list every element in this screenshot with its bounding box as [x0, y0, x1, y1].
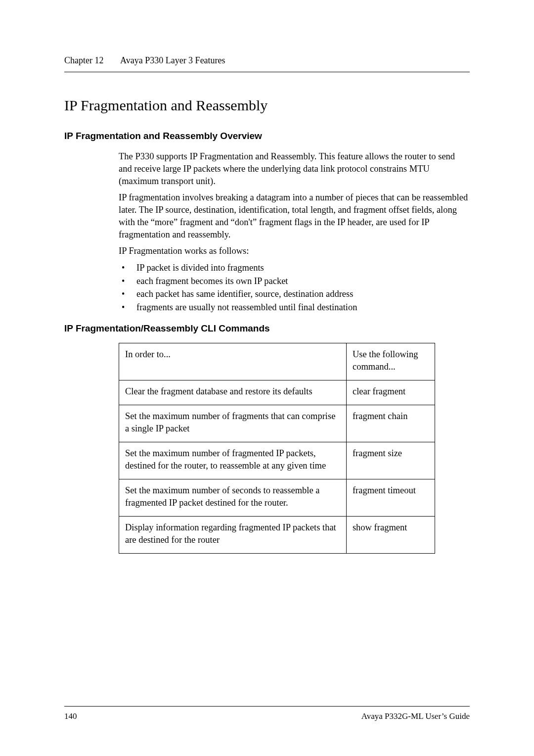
- cli-table-wrap: In order to... Use the following command…: [64, 343, 470, 554]
- table-cell-desc: Clear the fragment database and restore …: [119, 380, 347, 405]
- page-footer: 140 Avaya P332G-ML User’s Guide: [64, 706, 470, 721]
- overview-heading: IP Fragmentation and Reassembly Overview: [64, 131, 470, 142]
- table-header-row: In order to... Use the following command…: [119, 343, 435, 380]
- page: Chapter 12 Avaya P330 Layer 3 Features I…: [0, 0, 534, 756]
- overview-bullets: IP packet is divided into fragments each…: [119, 261, 470, 314]
- table-header-col1: In order to...: [119, 343, 347, 380]
- section-title: IP Fragmentation and Reassembly: [64, 97, 470, 114]
- list-item: IP packet is divided into fragments: [119, 261, 470, 275]
- page-number: 140: [64, 711, 77, 721]
- table-cell-desc: Display information regarding fragmented…: [119, 516, 347, 553]
- table-row: Set the maximum number of seconds to rea…: [119, 479, 435, 516]
- table-row: Set the maximum number of fragments that…: [119, 405, 435, 442]
- doc-title: Avaya P332G-ML User’s Guide: [361, 711, 470, 721]
- table-cell-desc: Set the maximum number of seconds to rea…: [119, 479, 347, 516]
- chapter-title: Avaya P330 Layer 3 Features: [120, 55, 225, 65]
- table-cell-cmd: show fragment: [346, 516, 435, 553]
- cli-table: In order to... Use the following command…: [119, 343, 435, 554]
- table-cell-cmd: fragment timeout: [346, 479, 435, 516]
- table-row: Clear the fragment database and restore …: [119, 380, 435, 405]
- cli-heading: IP Fragmentation/Reassembly CLI Commands: [64, 323, 470, 334]
- table-cell-desc: Set the maximum number of fragments that…: [119, 405, 347, 442]
- table-cell-cmd: fragment chain: [346, 405, 435, 442]
- table-cell-desc: Set the maximum number of fragmented IP …: [119, 442, 347, 479]
- table-cell-cmd: fragment size: [346, 442, 435, 479]
- list-item: each fragment becomes its own IP packet: [119, 275, 470, 288]
- overview-para-3: IP Fragmentation works as follows:: [119, 245, 470, 257]
- overview-para-2: IP fragmentation involves breaking a dat…: [119, 191, 470, 241]
- chapter-label: Chapter 12: [64, 55, 103, 65]
- list-item: each packet has same identifier, source,…: [119, 287, 470, 301]
- overview-body: The P330 supports IP Fragmentation and R…: [64, 150, 470, 314]
- list-item: fragments are usually not reassembled un…: [119, 301, 470, 314]
- table-header-col2: Use the following command...: [346, 343, 435, 380]
- running-header: Chapter 12 Avaya P330 Layer 3 Features: [64, 55, 470, 72]
- table-row: Display information regarding fragmented…: [119, 516, 435, 553]
- table-row: Set the maximum number of fragmented IP …: [119, 442, 435, 479]
- table-cell-cmd: clear fragment: [346, 380, 435, 405]
- overview-para-1: The P330 supports IP Fragmentation and R…: [119, 150, 470, 188]
